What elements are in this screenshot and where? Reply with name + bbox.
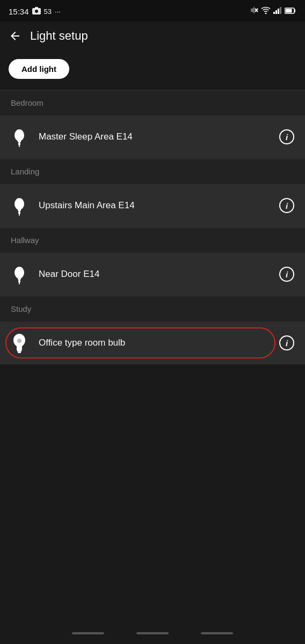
upstairs-main-area-info[interactable]: i <box>279 198 294 213</box>
ellipsis-icon: ··· <box>55 8 61 16</box>
nav-dash-3 <box>201 632 233 634</box>
nav-dash-2 <box>136 632 169 634</box>
office-type-room-row[interactable]: Office type room bulb i <box>0 321 305 364</box>
mute-icon <box>250 6 258 17</box>
battery-icon <box>285 6 296 16</box>
svg-rect-15 <box>19 145 20 147</box>
add-light-section: Add light <box>0 50 305 90</box>
svg-rect-21 <box>18 277 21 280</box>
svg-rect-23 <box>19 283 20 284</box>
top-bar: Light setup <box>0 21 305 50</box>
hallway-header: Hallway <box>0 228 305 253</box>
svg-rect-8 <box>278 9 279 14</box>
svg-rect-24 <box>17 349 22 350</box>
svg-rect-26 <box>18 352 21 354</box>
svg-rect-25 <box>17 350 21 352</box>
svg-rect-14 <box>18 142 20 145</box>
svg-point-16 <box>14 198 24 210</box>
svg-point-12 <box>14 129 24 141</box>
near-door-row[interactable]: Near Door E14 i <box>0 253 305 296</box>
nav-dash-1 <box>72 632 104 634</box>
upstairs-main-area-row[interactable]: Upstairs Main Area E14 i <box>0 184 305 227</box>
svg-rect-19 <box>19 214 20 216</box>
status-bar: 15:34 53 ··· <box>0 0 305 21</box>
svg-rect-11 <box>286 9 292 13</box>
back-button[interactable] <box>9 30 21 42</box>
bottom-nav <box>0 625 305 644</box>
hallway-label: Hallway <box>11 236 39 245</box>
landing-header: Landing <box>0 159 305 184</box>
bedroom-header: Bedroom <box>0 91 305 115</box>
status-time: 15:34 <box>9 7 29 16</box>
page-title: Light setup <box>30 29 88 43</box>
bedroom-label: Bedroom <box>11 98 43 107</box>
svg-point-20 <box>14 267 24 279</box>
svg-rect-2 <box>35 7 38 9</box>
bulb-icon-3 <box>11 264 28 284</box>
svg-rect-13 <box>18 140 21 142</box>
master-sleep-area-row[interactable]: Master Sleep Area E14 i <box>0 115 305 158</box>
status-right <box>250 6 296 17</box>
svg-point-27 <box>17 339 21 343</box>
master-sleep-area-info[interactable]: i <box>279 129 294 144</box>
landing-label: Landing <box>11 167 39 176</box>
svg-point-5 <box>265 13 267 14</box>
wifi-icon <box>261 6 271 16</box>
svg-rect-6 <box>273 12 275 14</box>
office-type-room-info[interactable]: i <box>279 335 294 350</box>
near-door-info[interactable]: i <box>279 267 294 282</box>
upstairs-main-area-label: Upstairs Main Area E14 <box>39 200 279 211</box>
study-header: Study <box>0 297 305 321</box>
near-door-label: Near Door E14 <box>39 269 279 280</box>
photo-icon <box>32 7 41 16</box>
svg-rect-7 <box>275 10 277 14</box>
master-sleep-area-label: Master Sleep Area E14 <box>39 131 279 142</box>
study-section: Study Office type room bulb i <box>0 297 305 364</box>
add-light-button[interactable]: Add light <box>9 59 69 79</box>
bulb-icon-1 <box>11 127 28 147</box>
study-label: Study <box>11 304 31 313</box>
svg-point-1 <box>35 10 38 13</box>
bulb-icon-2 <box>11 195 28 216</box>
office-type-room-label: Office type room bulb <box>39 338 279 348</box>
signal-icon <box>273 6 282 16</box>
hallway-section: Hallway Near Door E14 i <box>0 228 305 296</box>
landing-section: Landing Upstairs Main Area E14 i <box>0 159 305 227</box>
svg-rect-18 <box>18 211 20 214</box>
status-left: 15:34 53 ··· <box>9 7 61 16</box>
bulb-icon-4 <box>11 333 28 353</box>
notification-count: 53 <box>44 8 52 16</box>
svg-rect-9 <box>280 7 281 14</box>
svg-rect-22 <box>18 280 20 283</box>
bedroom-section: Bedroom Master Sleep Area E14 i <box>0 91 305 158</box>
svg-rect-17 <box>18 209 21 211</box>
